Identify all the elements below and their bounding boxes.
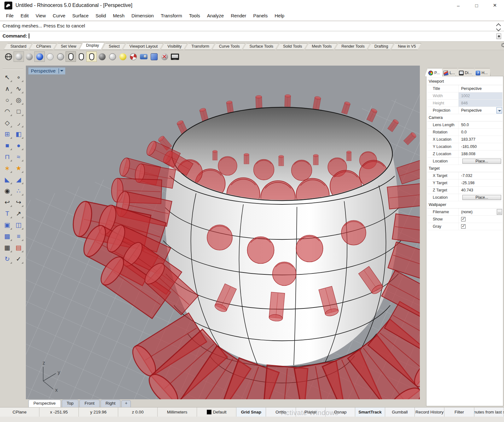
browse-button[interactable]: ... (497, 209, 502, 215)
raytraced-display-icon[interactable] (118, 51, 128, 62)
cylinder-icon[interactable]: ⊓ (2, 151, 13, 162)
distribute-icon[interactable]: ≡ (13, 231, 24, 242)
property-value-cell[interactable]: 183.377 183.377 ... (459, 136, 502, 143)
property-value-cell[interactable]: Place... Place... ... (459, 194, 502, 201)
property-value-cell[interactable]: (none) (none) ... (459, 208, 502, 215)
mirror-icon[interactable]: ◫ (13, 220, 24, 230)
viewport-tab[interactable]: Front (79, 400, 100, 407)
technical-display-icon[interactable] (66, 51, 76, 62)
command-scroll[interactable] (495, 22, 502, 40)
surface-from-points-icon[interactable]: ⊞ (2, 129, 13, 139)
menu-item[interactable]: Help (271, 13, 288, 18)
property-value-cell[interactable]: 0.0 0.0 ... (459, 129, 502, 136)
command-spinner[interactable] (496, 33, 501, 39)
property-value-cell[interactable]: 50.0 50.0 ... (459, 121, 502, 128)
mouse-rotate-icon[interactable] (76, 51, 86, 62)
circle-icon[interactable]: ○ (2, 95, 13, 105)
revolve-surface-icon[interactable]: ≈ (13, 151, 24, 162)
dropdown-arrow-icon[interactable] (496, 107, 502, 114)
property-value[interactable]: 846 (461, 101, 468, 105)
property-value-cell[interactable]: -181.050 -181.050 ... (459, 143, 502, 150)
maximize-button[interactable]: □ (467, 0, 486, 11)
ellipse-icon[interactable]: ◎ (13, 95, 24, 105)
arc-icon[interactable]: ◠ (2, 106, 13, 117)
toolbar-tab[interactable]: Curve Tools (212, 43, 245, 50)
tab-help[interactable]: ? H... (472, 68, 490, 76)
property-value[interactable]: 183.377 (461, 137, 475, 142)
status-toggle[interactable]: Osnap (326, 407, 355, 417)
checkbox[interactable] (461, 224, 466, 229)
toolbar-tab[interactable]: Transform (185, 43, 215, 50)
property-value[interactable]: -25.198 (461, 181, 474, 185)
menu-item[interactable]: File (3, 13, 17, 18)
property-value[interactable]: 50.0 (461, 123, 469, 127)
property-value[interactable]: 1002 (461, 94, 470, 98)
curve-blend-icon[interactable]: ◞ (13, 117, 24, 128)
block-icon[interactable]: ▤ (13, 242, 24, 253)
menu-item[interactable]: Solid (92, 13, 109, 18)
compass-display-icon[interactable] (128, 51, 138, 62)
menu-item[interactable]: Transform (157, 13, 186, 18)
point-icon[interactable]: ∘ (13, 72, 24, 83)
patch-surface-icon[interactable]: ◧ (13, 129, 24, 139)
property-value-cell[interactable]: checked checked ... (459, 223, 502, 230)
boolean-union-icon[interactable]: ∗ (2, 163, 13, 173)
array-icon[interactable]: ▦ (2, 242, 13, 253)
menu-item[interactable]: View (32, 13, 49, 18)
artistic-display-icon[interactable] (97, 51, 107, 62)
property-value-cell[interactable]: Perspective Perspective ... (459, 107, 502, 114)
text-icon[interactable]: T (2, 208, 13, 219)
checkbox[interactable] (461, 217, 466, 221)
sphere-icon[interactable]: ● (13, 140, 24, 151)
mouse-pan-icon[interactable] (86, 51, 97, 62)
boolean-intersection-icon[interactable]: ∴ (13, 185, 24, 196)
camera-display-icon[interactable] (138, 51, 149, 62)
property-value-cell[interactable]: Place... Place... ... (459, 158, 502, 165)
property-value[interactable]: Perspective (461, 86, 482, 91)
boolean-difference-icon[interactable]: ◉ (2, 185, 13, 196)
toolbar-tab[interactable]: Standard (4, 43, 32, 50)
property-value-cell[interactable]: -25.198 -25.198 ... (459, 179, 502, 186)
scene-canvas[interactable]: z y x (26, 66, 420, 399)
scale-icon[interactable]: ↗ (13, 208, 24, 219)
status-toggle[interactable]: Record History (415, 407, 444, 417)
property-value[interactable]: 0.0 (461, 130, 466, 134)
scroll-up-icon[interactable] (496, 23, 501, 26)
wireframe-display-icon[interactable] (3, 51, 14, 62)
property-value[interactable]: -181.050 (461, 144, 477, 149)
rebuild-curve-icon[interactable]: ↪ (13, 197, 24, 208)
viewport-title-menu[interactable]: Perspective (28, 67, 65, 74)
status-toggle[interactable]: Minutes from last s... (474, 407, 504, 417)
toolbar-tab[interactable]: Mesh Tools (305, 43, 337, 50)
status-toggle[interactable]: Gumball (385, 407, 415, 417)
toolbar-gear-icon[interactable] (501, 43, 504, 49)
menu-item[interactable]: Panels (250, 13, 271, 18)
status-toggle[interactable]: Ortho (266, 407, 296, 417)
polygon-icon[interactable]: ◇ (2, 117, 13, 128)
property-value-cell[interactable]: Perspective Perspective ... (459, 85, 502, 92)
menu-item[interactable]: Tools (186, 13, 204, 18)
ghosted-display-icon[interactable] (45, 51, 55, 62)
group-icon[interactable]: ▩ (2, 231, 13, 242)
shaded-gray-display-icon[interactable] (24, 51, 34, 62)
tab-layers[interactable]: L... (440, 68, 458, 76)
rotate-icon[interactable]: ↻ (2, 254, 13, 264)
property-value-cell[interactable]: -7.032 -7.032 ... (459, 172, 502, 179)
tab-properties[interactable]: P... (425, 68, 443, 76)
property-value-cell[interactable]: checked checked ... (459, 216, 502, 223)
tab-display[interactable]: Di... (455, 68, 475, 76)
explode-icon[interactable]: ★ (13, 163, 24, 173)
viewport-tab[interactable]: Top (62, 400, 79, 407)
adjust-curve-icon[interactable]: ↩ (2, 197, 13, 208)
box-icon[interactable]: ■ (2, 140, 13, 151)
status-cell[interactable]: y 219.96 (79, 407, 118, 417)
shaded-display-icon[interactable] (14, 51, 24, 62)
menu-item[interactable]: Analyze (204, 13, 227, 18)
rendered-display-icon[interactable] (34, 51, 45, 62)
status-cell[interactable]: CPlane (0, 407, 39, 417)
toolbar-tab[interactable]: Solid Tools (276, 43, 307, 50)
toolbar-tab[interactable]: Surface Tools (243, 43, 279, 50)
toolbar-tab[interactable]: Render Tools (335, 43, 370, 50)
status-toggle[interactable]: SmartTrack (355, 407, 385, 417)
viewport-tab[interactable]: Perspective (28, 400, 61, 407)
